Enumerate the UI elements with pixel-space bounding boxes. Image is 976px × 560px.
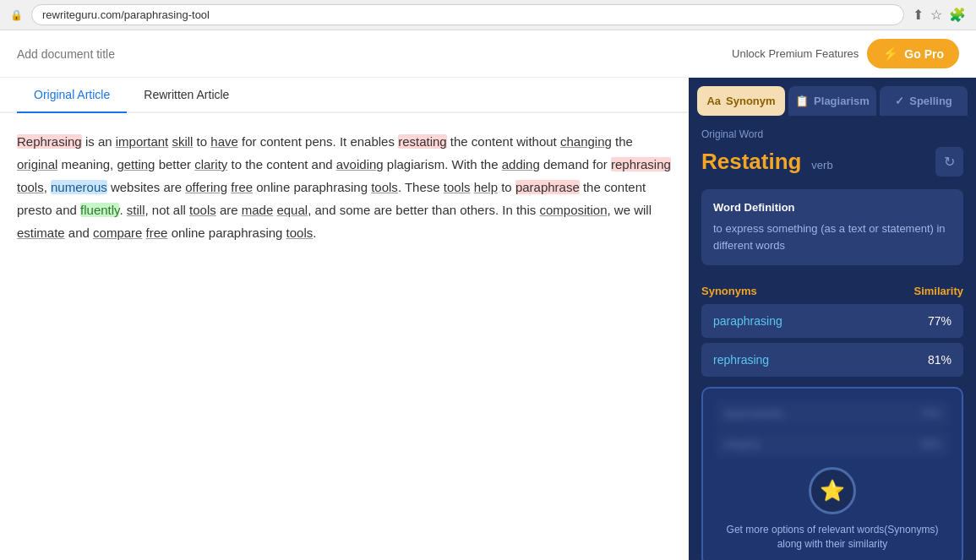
word-skill: skill: [172, 134, 193, 149]
refresh-button[interactable]: ↻: [935, 147, 963, 177]
synonym-label: Synonym: [726, 95, 776, 107]
definition-text: to express something (as a text or state…: [713, 220, 951, 253]
url-bar[interactable]: rewriteguru.com/paraphrasing-tool: [31, 4, 904, 25]
highlight-paraphrase: paraphrase: [515, 180, 580, 194]
tab-rewritten[interactable]: Rewritten Article: [127, 78, 246, 113]
word-changing: changing: [560, 134, 612, 149]
word-composition: composition: [539, 203, 607, 217]
word-help: help: [474, 180, 498, 194]
highlight-fluently: fluently: [80, 203, 119, 217]
extension-icon[interactable]: 🧩: [949, 7, 966, 23]
premium-text: Get more options of relevant words(Synon…: [716, 523, 949, 552]
word-avoiding: avoiding: [336, 157, 384, 171]
main-layout: Original Article Rewritten Article Rephr…: [0, 78, 976, 560]
spelling-icon: ✓: [895, 95, 904, 107]
lock-icon: 🔒: [10, 9, 23, 21]
blurred-pct-1: 68%: [920, 438, 941, 450]
word-definition-box: Word Definition to express something (as…: [701, 189, 963, 265]
word-getting: getting: [117, 157, 155, 171]
tab-synonym[interactable]: Aa Synonym: [697, 86, 785, 116]
word-compare: compare: [93, 226, 142, 240]
similarity-col-header: Similarity: [913, 285, 963, 297]
plagiarism-icon: 📋: [795, 95, 809, 107]
word-original: original: [17, 157, 57, 171]
word-clarity: clarity: [194, 157, 227, 171]
tool-tabs: Aa Synonym 📋 Plagiarism ✓ Spelling: [689, 78, 976, 116]
tab-original[interactable]: Original Article: [17, 78, 127, 113]
word-free2: free: [146, 226, 168, 240]
synonym-pct-1: 81%: [928, 353, 951, 367]
left-panel: Original Article Rewritten Article Rephr…: [0, 78, 689, 560]
article-content: Rephrasing is an important skill to have…: [0, 113, 689, 560]
word-have: have: [210, 134, 238, 149]
doc-title-input[interactable]: [17, 47, 355, 61]
synonyms-table: Synonyms Similarity paraphrasing 77% rep…: [701, 278, 963, 377]
premium-star-icon: ⭐: [809, 467, 856, 514]
word-tools2: tools: [371, 180, 398, 194]
word-offering: offering: [185, 180, 227, 194]
synonym-word-0: paraphrasing: [713, 314, 782, 328]
premium-card: dependability 70% integrity 68% ⭐ Get mo…: [701, 387, 963, 560]
synonyms-col-header: Synonyms: [701, 285, 757, 297]
synonym-icon: Aa: [706, 95, 721, 107]
word-equal: equal: [276, 203, 308, 217]
synonyms-header: Synonyms Similarity: [701, 278, 963, 304]
blurred-row-0: dependability 70%: [716, 401, 949, 427]
word-tools1: tools: [17, 180, 44, 194]
word-made: made: [242, 203, 274, 217]
word-important: important: [116, 134, 169, 149]
browser-bar: 🔒 rewriteguru.com/paraphrasing-tool ⬆ ☆ …: [0, 0, 976, 30]
word-tools3: tools: [444, 180, 471, 194]
unlock-premium-button[interactable]: Unlock Premium Features: [732, 47, 859, 60]
go-pro-icon: ⚡: [882, 46, 899, 62]
word-tools5: tools: [286, 226, 314, 240]
synonym-pct-0: 77%: [928, 314, 951, 328]
highlight-rephrasing2: rephrasing: [611, 157, 671, 171]
article-tabs: Original Article Rewritten Article: [0, 78, 689, 113]
highlight-rephrasing: Rephrasing: [17, 134, 82, 149]
word-header: Restating verb ↻: [701, 147, 963, 177]
original-word-label: Original Word: [701, 128, 963, 140]
highlight-restating: restating: [398, 134, 447, 149]
definition-label: Word Definition: [713, 201, 951, 214]
browser-actions: ⬆ ☆ 🧩: [913, 7, 966, 23]
synonym-row-1[interactable]: rephrasing 81%: [701, 343, 963, 377]
blurred-word-0: dependability: [724, 408, 784, 420]
blurred-word-1: integrity: [724, 438, 760, 450]
right-panel: Aa Synonym 📋 Plagiarism ✓ Spelling Origi…: [689, 78, 976, 560]
plagiarism-label: Plagiarism: [814, 95, 870, 107]
share-icon[interactable]: ⬆: [913, 7, 924, 23]
app-header: Unlock Premium Features ⚡ Go Pro: [0, 30, 976, 78]
spelling-label: Spelling: [909, 95, 952, 107]
tab-spelling[interactable]: ✓ Spelling: [880, 86, 968, 116]
word-pos: verb: [811, 159, 832, 171]
word-title: Restating: [701, 149, 801, 174]
go-pro-button[interactable]: ⚡ Go Pro: [867, 39, 959, 68]
synonym-content: Original Word Restating verb ↻ Word Defi…: [689, 116, 976, 560]
word-estimate: estimate: [17, 226, 65, 240]
word-free1: free: [231, 180, 253, 194]
word-adding: adding: [502, 157, 540, 171]
blurred-pct-0: 70%: [920, 408, 941, 420]
word-title-group: Restating verb: [701, 149, 833, 175]
word-still: still: [127, 203, 145, 217]
blurred-rows: dependability 70% integrity 68%: [716, 401, 949, 457]
go-pro-label: Go Pro: [904, 47, 944, 61]
header-right: Unlock Premium Features ⚡ Go Pro: [732, 39, 959, 68]
synonym-word-1: rephrasing: [713, 353, 769, 367]
highlight-numerous: numerous: [51, 180, 107, 194]
word-tools4: tools: [189, 203, 216, 217]
bookmark-icon[interactable]: ☆: [930, 7, 942, 23]
synonym-row-0[interactable]: paraphrasing 77%: [701, 304, 963, 338]
tab-plagiarism[interactable]: 📋 Plagiarism: [788, 86, 876, 116]
blurred-row-1: integrity 68%: [716, 432, 949, 457]
